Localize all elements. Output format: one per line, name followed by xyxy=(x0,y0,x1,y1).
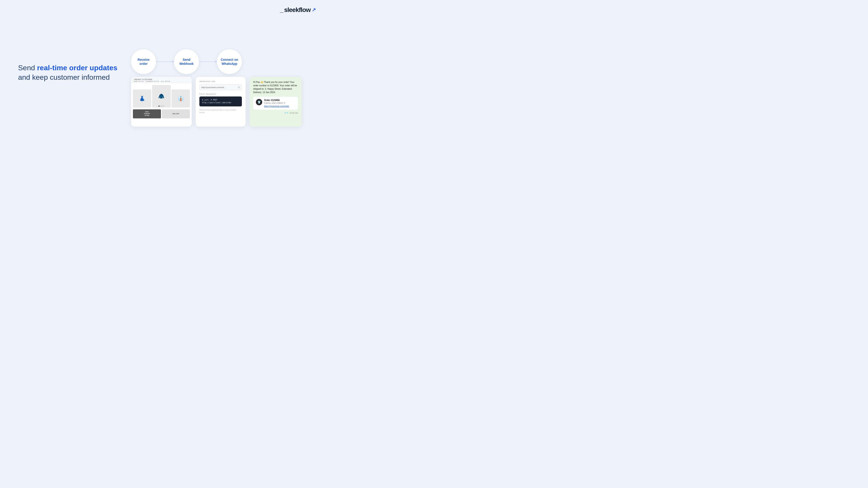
wa-order-subtitle: 3 items, total US$447.3 xyxy=(264,102,295,104)
copy-icon[interactable]: ⧉ xyxy=(238,86,240,89)
sleekflow-logo: _ sleekflow ↗ xyxy=(280,6,315,13)
store-sale-banner: 50% OFF xyxy=(162,109,190,119)
sale-text: 50% OFF xyxy=(173,113,179,115)
step-send-webhook: SendWebhook xyxy=(174,49,199,74)
nav-summer-style: SUMMER STYLE xyxy=(146,80,159,82)
code-line1: $ curl -X POST xyxy=(202,99,239,101)
hero-text: Send real-time order updates and keep cu… xyxy=(18,63,117,82)
webhook-url-row: http://yourcloset.com/ord... ⧉ xyxy=(199,84,242,90)
store-header: TRENDY CLOTHING NEW STYLE SUMMER STYLE A… xyxy=(131,77,192,83)
product-img-3: 👔 xyxy=(172,90,190,107)
nav-all-style: ALL STYLE xyxy=(161,80,170,82)
logo-text: sleekflow xyxy=(284,6,311,13)
webhook-url-text: http://yourcloset.com/ord... xyxy=(202,86,237,89)
store-card: TRENDY CLOTHING NEW STYLE SUMMER STYLE A… xyxy=(131,77,192,127)
step-receive-order: Receiveorder xyxy=(131,49,156,74)
store-brand-banner: ZORAFASHIONSTORE xyxy=(133,109,161,119)
webhook-card: WEBHOOK URL http://yourcloset.com/ord...… xyxy=(196,77,246,127)
dot-3 xyxy=(162,105,163,107)
store-nav: NEW STYLE SUMMER STYLE ALL STYLE xyxy=(134,80,189,82)
dot-1 xyxy=(158,105,160,107)
code-block: $ curl -X POST http://yourcloset.com/ord… xyxy=(199,96,242,106)
step-connect-whatsapp: Connect onWhatsApp xyxy=(217,49,242,74)
wa-message-text: Hi Pau 🙌 Thank you for your order! Your … xyxy=(253,80,298,94)
nav-new-style: NEW STYLE xyxy=(134,80,144,82)
product-dots xyxy=(158,105,164,107)
step-connector-1 xyxy=(156,61,174,62)
store-banners: ZORAFASHIONSTORE 50% OFF xyxy=(131,109,192,120)
post-request-label: POST REQUEST xyxy=(199,93,242,95)
product-img-1: 👗 xyxy=(133,90,151,107)
logo-underscore: _ xyxy=(280,6,283,13)
wa-time-row: ✔✔ 10:30 AM xyxy=(253,111,298,114)
hero-line1: Send real-time order updates xyxy=(18,63,117,73)
logo-arrow-icon: ↗ xyxy=(312,7,315,13)
steps-row: Receiveorder SendWebhook Connect onWhats… xyxy=(131,49,242,74)
wa-order-card: 👕 Order #123456 3 items, total US$447.3 … xyxy=(253,97,298,109)
wa-double-check-icon: ✔✔ xyxy=(284,111,288,114)
wa-order-link[interactable]: https://yourcloset.com/order xyxy=(264,105,295,107)
hero-line2: and keep customer informed xyxy=(18,73,117,82)
wa-order-title: Order #123456 xyxy=(264,99,295,101)
dot-2 xyxy=(160,105,161,107)
wa-order-info: Order #123456 3 items, total US$447.3 ht… xyxy=(264,99,295,107)
wa-timestamp: 10:30 AM xyxy=(289,112,298,114)
product-img-2: 🧥 xyxy=(152,85,170,107)
cards-row: TRENDY CLOTHING NEW STYLE SUMMER STYLE A… xyxy=(131,77,302,127)
step-connector-2 xyxy=(199,61,217,62)
code-line2: http://yourcloset.com/order xyxy=(202,101,239,104)
webhook-note: Please ensure webhook data is in json he… xyxy=(199,109,242,113)
store-brand-name: ZORAFASHIONSTORE xyxy=(144,111,150,116)
avatar-icon: 👕 xyxy=(257,101,261,104)
wa-order-avatar: 👕 xyxy=(256,99,262,105)
store-products: 👗 🧥 👔 xyxy=(131,83,192,109)
hero-line1-normal: Send xyxy=(18,64,37,72)
webhook-url-label: WEBHOOK URL xyxy=(199,80,242,83)
whatsapp-card: Hi Pau 🙌 Thank you for your order! Your … xyxy=(250,77,302,127)
hero-line1-bold: real-time order updates xyxy=(37,64,118,72)
dot-4 xyxy=(163,105,164,107)
